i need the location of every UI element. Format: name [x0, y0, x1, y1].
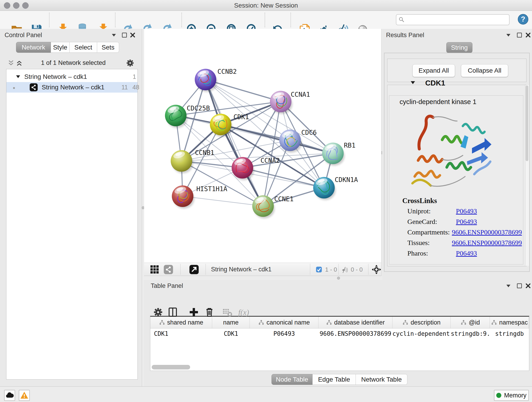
- detach-view-icon[interactable]: [189, 264, 199, 274]
- node-label-CCNA1: CCNA1: [291, 91, 310, 98]
- fit-selected-icon[interactable]: [371, 264, 381, 274]
- crosslink-label: GeneCard:: [407, 218, 456, 225]
- tab-select[interactable]: Select: [70, 42, 97, 53]
- table-menu-icon[interactable]: [505, 282, 512, 289]
- column-header--id[interactable]: @id: [451, 317, 490, 328]
- bottom-splitter-handle[interactable]: [337, 277, 340, 280]
- gear-button[interactable]: [152, 307, 164, 318]
- column-header-label: name: [223, 319, 239, 326]
- network-node-CCNB2[interactable]: CCNB2: [195, 68, 237, 92]
- node-label-CCNE1: CCNE1: [274, 195, 293, 203]
- status-bar: Memory: [0, 386, 532, 402]
- help-button[interactable]: ?: [517, 13, 529, 25]
- column-header-database-identifier[interactable]: database identifier: [318, 317, 393, 328]
- section-expander-icon[interactable]: [409, 79, 417, 86]
- memory-label: Memory: [504, 392, 526, 399]
- panel-menu-icon[interactable]: [110, 32, 117, 38]
- delete-column-button[interactable]: [204, 307, 215, 318]
- network-edge[interactable]: [183, 196, 263, 206]
- memory-button[interactable]: Memory: [494, 390, 529, 401]
- hidden-eye-icon[interactable]: [341, 266, 349, 274]
- columns-button[interactable]: [167, 307, 178, 318]
- column-type-icon: [326, 319, 332, 325]
- toolbar-divider: [181, 13, 182, 27]
- network-view-icon[interactable]: [163, 264, 173, 274]
- tab-sets[interactable]: Sets: [97, 42, 119, 53]
- node-label-RB1: RB1: [344, 142, 355, 149]
- tab-node-table[interactable]: Node Table: [272, 374, 312, 385]
- node-label-CCNB1: CCNB1: [195, 149, 214, 157]
- table-close-icon[interactable]: [525, 282, 532, 289]
- cloud-button[interactable]: [4, 390, 15, 401]
- crosslink-value-link[interactable]: 9606.ENSP00000378699: [452, 239, 522, 247]
- help-icon: ?: [517, 13, 529, 25]
- column-header-shared-name[interactable]: shared name: [150, 317, 212, 328]
- table-cell: stringdb: [490, 330, 529, 337]
- table-hscroll-thumb[interactable]: [152, 365, 190, 370]
- network-node-RB1[interactable]: RB1: [322, 142, 355, 166]
- node-label-CDC6: CDC6: [301, 129, 317, 136]
- crosslink-row: Compartments:9606.ENSP00000378699: [407, 227, 522, 237]
- node-label-CDK1: CDK1: [234, 113, 249, 121]
- tab-edge-table[interactable]: Edge Table: [312, 374, 356, 385]
- grid-view-icon[interactable]: [150, 264, 160, 274]
- crosslink-value-link[interactable]: 9606.ENSP00000378699: [452, 228, 522, 236]
- network-tree: String Network – cdk1 1 String Network –…: [6, 69, 138, 380]
- column-header-namespac[interactable]: namespac: [490, 317, 529, 328]
- node-label-HIST1H1A: HIST1H1A: [196, 185, 227, 193]
- search-box[interactable]: [396, 14, 510, 25]
- network-node-CDKN1A[interactable]: CDKN1A: [313, 176, 358, 200]
- collection-count: 1: [130, 73, 136, 80]
- column-header-canonical-name[interactable]: canonical name: [250, 317, 318, 328]
- panel-close-icon[interactable]: [129, 32, 136, 38]
- add-column-button[interactable]: [188, 307, 199, 318]
- toolbar-divider: [49, 13, 50, 27]
- tab-string[interactable]: String: [446, 42, 472, 53]
- table-cell: CDK1: [150, 330, 212, 337]
- collapse-all-icon[interactable]: [7, 59, 15, 67]
- tab-network-table[interactable]: Network Table: [356, 374, 407, 385]
- results-menu-icon[interactable]: [505, 32, 512, 38]
- network-options-gear-icon[interactable]: [126, 58, 135, 68]
- tab-style[interactable]: Style: [51, 42, 70, 53]
- crosslink-value-link[interactable]: P06493: [456, 207, 477, 215]
- crosslink-value-link[interactable]: P06493: [456, 249, 477, 257]
- table-cell: P06493: [250, 330, 318, 337]
- collapse-all-button[interactable]: Collapse All: [461, 64, 508, 77]
- results-vscroll-thumb[interactable]: [526, 85, 528, 161]
- node-count: 11: [118, 84, 128, 91]
- control-panel: Control Panel NetworkStyleSelectSets 1 o…: [0, 29, 142, 386]
- network-node-CCNB1[interactable]: CCNB1: [171, 149, 214, 173]
- string-network-icon: [29, 83, 38, 92]
- warnings-button[interactable]: [19, 390, 30, 401]
- panel-float-icon[interactable]: [121, 32, 128, 38]
- results-close-icon[interactable]: [525, 32, 532, 38]
- network-canvas[interactable]: CCNB2CCNA1CDC25BCDK1CDC6RB1CCNB1CCNA2CDK…: [144, 29, 381, 263]
- control-panel-title: Control Panel: [5, 32, 42, 39]
- column-header-label: description: [411, 319, 441, 326]
- search-input[interactable]: [405, 16, 509, 23]
- expand-all-button[interactable]: Expand All: [412, 64, 455, 77]
- results-float-icon[interactable]: [516, 32, 523, 38]
- expand-all-icon[interactable]: [15, 59, 23, 67]
- table-float-icon[interactable]: [516, 282, 523, 289]
- crosslink-label: Compartments:: [407, 228, 452, 236]
- column-header-description[interactable]: description: [393, 317, 451, 328]
- table-header-row: shared namenamecanonical namedatabase id…: [150, 317, 529, 328]
- network-row-selected[interactable]: String Network – cdk1 11 48: [6, 82, 138, 93]
- network-node-CDK1[interactable]: CDK1: [210, 113, 249, 137]
- selection-status: 1 of 1 Network selected: [30, 59, 117, 66]
- network-bullet-icon: [12, 85, 17, 90]
- network-node-HIST1H1A[interactable]: HIST1H1A: [172, 185, 227, 209]
- column-header-name[interactable]: name: [212, 317, 250, 328]
- table-row[interactable]: CDK1CDK1P064939606.ENSP00000378699cyclin…: [150, 328, 529, 339]
- network-row-label: String Network – cdk1: [42, 84, 104, 91]
- selected-checkbox-icon[interactable]: [316, 266, 322, 273]
- crosslink-value-link[interactable]: P06493: [456, 218, 477, 225]
- network-graph[interactable]: CCNB2CCNA1CDC25BCDK1CDC6RB1CCNB1CCNA2CDK…: [144, 29, 381, 263]
- network-collection-row[interactable]: String Network – cdk1 1: [6, 71, 138, 82]
- expander-icon[interactable]: [15, 73, 22, 80]
- column-type-icon: [461, 319, 467, 325]
- column-header-label: namespac: [499, 319, 528, 326]
- tab-network[interactable]: Network: [16, 42, 51, 53]
